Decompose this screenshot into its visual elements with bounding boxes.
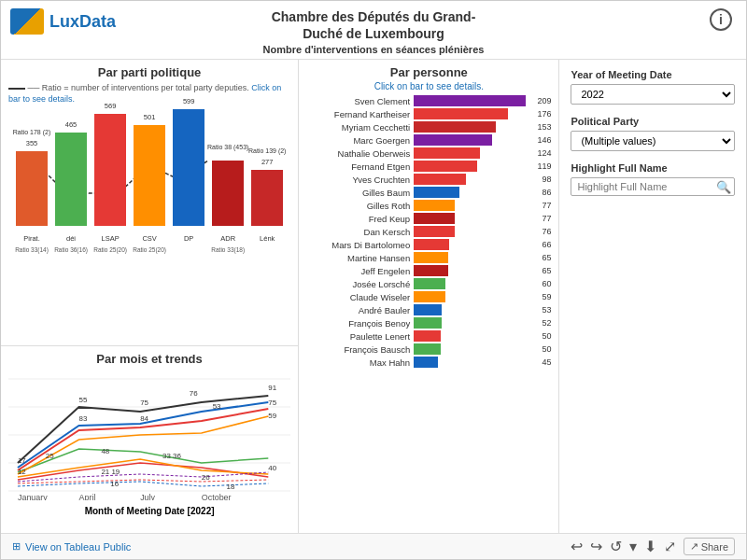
bar-dei-greng[interactable]: 465 déi [51, 133, 91, 226]
person-bar [414, 330, 441, 342]
person-row[interactable]: Martine Hansen 65 [306, 252, 551, 263]
person-name: Myriam Cecchetti [306, 122, 414, 133]
par-mois-section: Par mois et trends [1, 346, 298, 533]
bar-adr[interactable]: Ratio 38 (453) ADR [208, 161, 247, 226]
person-name: François Bausch [306, 344, 414, 355]
par-personne-section: Par personne Click on bar to see details… [299, 60, 558, 533]
person-name: Max Hahn [306, 357, 414, 368]
dashboard: LuxData Chambre des Députés du Grand- Du… [0, 0, 747, 560]
person-bar [414, 265, 448, 276]
bar-dp[interactable]: 599 DP [169, 109, 208, 226]
person-name: Gilles Baum [306, 188, 414, 198]
expand-icon[interactable]: ⤢ [664, 538, 676, 555]
person-bar [414, 134, 492, 146]
nav-icon[interactable]: ▾ [629, 538, 637, 555]
person-row[interactable]: François Bausch 50 [306, 343, 551, 355]
person-value: 52 [542, 318, 551, 328]
person-row[interactable]: Yves Cruchten 98 [306, 174, 551, 185]
person-row[interactable]: Dan Kersch 76 [306, 226, 551, 237]
person-value: 66 [542, 240, 551, 249]
person-row[interactable]: Nathalie Oberweis 124 [306, 147, 551, 159]
person-name: Yves Cruchten [306, 175, 414, 185]
person-bar-wrap [414, 226, 539, 237]
download-icon[interactable]: ⬇ [644, 538, 656, 555]
undo-icon[interactable]: ↩ [571, 538, 583, 555]
highlight-search-button[interactable]: 🔍 [716, 180, 731, 194]
person-value: 77 [542, 201, 551, 210]
person-row[interactable]: Sven Clement 209 [306, 95, 551, 106]
party-select[interactable]: (Multiple values) CSV DP LSAP [571, 131, 735, 151]
person-bar [414, 317, 442, 329]
person-row[interactable]: Fernand Kartheiser 176 [306, 108, 551, 119]
person-bar [414, 357, 438, 368]
bar-csv[interactable]: 501 CSV [130, 125, 169, 226]
svg-text:12: 12 [18, 468, 26, 476]
person-bar [414, 343, 441, 355]
person-row[interactable]: Gilles Baum 86 [306, 187, 551, 198]
year-filter-group: Year of Meeting Date 2022 2021 2020 [571, 69, 735, 105]
header: LuxData Chambre des Députés du Grand- Du… [1, 1, 746, 60]
person-row[interactable]: André Bauler 53 [306, 304, 551, 315]
person-value: 65 [542, 253, 551, 262]
person-bar-wrap [414, 121, 534, 133]
person-bar [414, 278, 445, 289]
person-value: 59 [542, 292, 551, 301]
person-row[interactable]: Mars Di Bartolomeo 66 [306, 239, 551, 250]
svg-text:55: 55 [79, 396, 88, 404]
svg-text:18: 18 [227, 483, 235, 491]
highlight-input-wrap: 🔍 [571, 177, 735, 196]
redo-icon[interactable]: ↪ [590, 538, 602, 555]
bar-dei-lenk[interactable]: Ratio 139 (2) 277 Lénk [247, 170, 287, 226]
person-row[interactable]: Paulette Lenert 50 [306, 330, 551, 342]
person-row[interactable]: Fred Keup 77 [306, 213, 551, 224]
person-bar-wrap [414, 187, 539, 198]
person-bar-wrap [414, 343, 539, 355]
person-value: 209 [537, 96, 551, 105]
person-bar-wrap [414, 174, 539, 185]
person-row[interactable]: Jeff Engelen 65 [306, 265, 551, 276]
svg-text:75: 75 [140, 399, 148, 407]
footer: ⊞ View on Tableau Public ↩ ↪ ↺ ▾ ⬇ ⤢ ↗ S… [1, 533, 746, 559]
person-row[interactable]: Gilles Roth 77 [306, 200, 551, 211]
person-row[interactable]: Fernand Etgen 119 [306, 161, 551, 172]
tableau-link[interactable]: ⊞ View on Tableau Public [12, 540, 131, 553]
person-name: Nathalie Oberweis [306, 148, 414, 159]
reset-icon[interactable]: ↺ [610, 538, 622, 555]
svg-text:April: April [79, 493, 96, 500]
person-row[interactable]: Claude Wiseler 59 [306, 291, 551, 302]
person-bar [414, 304, 442, 315]
svg-text:25: 25 [46, 452, 54, 460]
highlight-input[interactable] [571, 177, 735, 196]
year-select[interactable]: 2022 2021 2020 [571, 84, 735, 105]
person-bar-wrap [414, 134, 534, 146]
person-bar-wrap [414, 265, 539, 276]
person-row[interactable]: Myriam Cecchetti 153 [306, 121, 551, 133]
par-parti-note: ── Ratio = number of interventions per t… [8, 83, 290, 105]
person-value: 146 [537, 135, 551, 145]
svg-text:26: 26 [202, 473, 210, 482]
person-row[interactable]: Josée Lorsché 60 [306, 278, 551, 289]
svg-text:17: 17 [18, 456, 26, 465]
trend-chart-svg: 17 12 25 83 55 48 21 19 16 75 84 33 36 7… [8, 370, 290, 500]
highlight-filter-group: Highlight Full Name 🔍 [571, 162, 735, 196]
par-personne-click[interactable]: Click on bar to see details. [306, 81, 551, 91]
person-bar-wrap [414, 200, 539, 211]
person-bar-wrap [414, 317, 539, 329]
person-row[interactable]: Max Hahn 45 [306, 357, 551, 368]
person-row[interactable]: Marc Goergen 146 [306, 134, 551, 146]
share-icon: ↗ [690, 540, 698, 553]
person-name: Fred Keup [306, 214, 414, 224]
footer-right: ↩ ↪ ↺ ▾ ⬇ ⤢ ↗ Share [571, 538, 735, 555]
bar-pirat[interactable]: Ratio 178 (2) 355 Pirat. [12, 151, 51, 226]
person-value: 119 [537, 161, 551, 171]
person-bar [414, 200, 455, 211]
person-bar [414, 147, 480, 159]
svg-text:75: 75 [268, 399, 276, 407]
bar-lsap[interactable]: 569 LSAP [91, 114, 130, 226]
person-bar-wrap [414, 330, 539, 342]
person-name: Jeff Engelen [306, 266, 414, 276]
person-row[interactable]: François Benoy 52 [306, 317, 551, 329]
info-icon[interactable]: i [710, 8, 732, 31]
share-button[interactable]: ↗ Share [684, 538, 735, 555]
party-filter-label: Political Party [571, 116, 735, 127]
